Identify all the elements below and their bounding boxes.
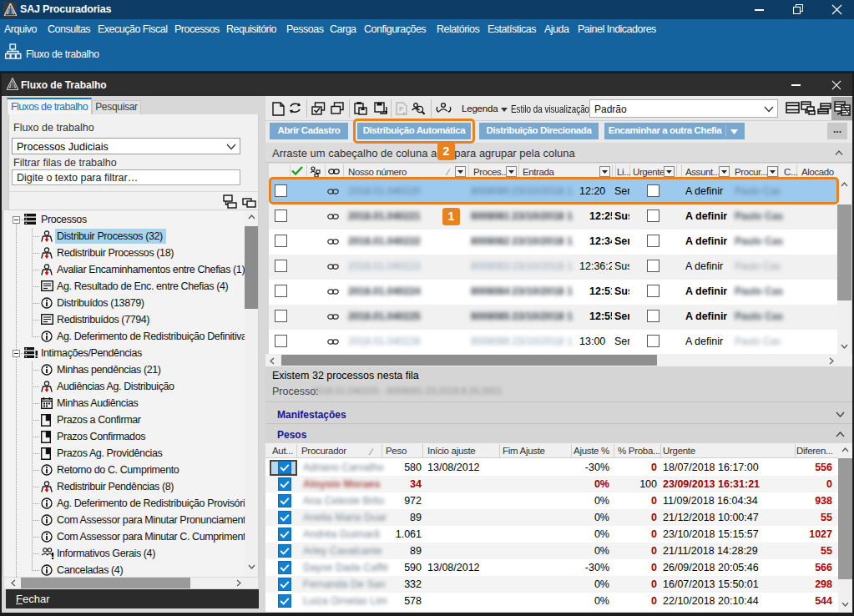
svg-text:P: P [399, 105, 404, 113]
